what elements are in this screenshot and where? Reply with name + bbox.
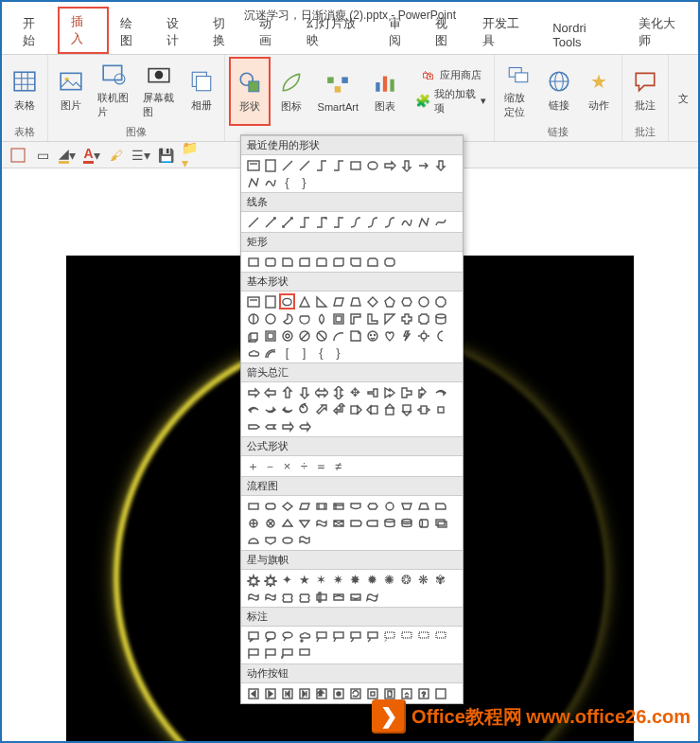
basic-block[interactable] (313, 327, 329, 344)
ar-20[interactable] (364, 401, 380, 417)
fl-1[interactable] (245, 498, 261, 514)
fl-19[interactable] (347, 515, 363, 531)
shape-free1[interactable] (398, 214, 414, 230)
basic-diag[interactable] (381, 310, 397, 327)
fl-6[interactable] (330, 498, 346, 514)
ac-1[interactable] (245, 685, 261, 701)
basic-chord[interactable] (296, 310, 312, 327)
basic-lshape[interactable] (364, 310, 380, 327)
basic-arc[interactable] (330, 327, 346, 344)
ac-4[interactable] (296, 685, 312, 701)
tab-developer[interactable]: 开发工具 (471, 10, 542, 54)
tab-animations[interactable]: 动画 (248, 10, 294, 54)
basic-cross[interactable] (398, 310, 414, 327)
st-10[interactable]: ❂ (398, 572, 414, 588)
tables-button[interactable]: 表格 (6, 57, 44, 123)
st-r5[interactable] (313, 589, 329, 605)
st-r6[interactable] (330, 589, 346, 605)
basic-rtriangle[interactable] (313, 293, 329, 310)
fl-18[interactable] (330, 515, 346, 531)
co-6[interactable] (330, 628, 346, 645)
ar-13[interactable] (245, 401, 261, 417)
shape-connector2[interactable] (330, 157, 346, 173)
fl-7[interactable] (347, 498, 363, 514)
shape-textbox-v[interactable] (262, 157, 278, 173)
tab-design[interactable]: 设计 (155, 10, 201, 54)
basic-hexagon[interactable] (398, 293, 414, 310)
co-7[interactable] (347, 628, 363, 645)
fl-8[interactable] (364, 498, 380, 514)
shape-curve3[interactable] (381, 214, 397, 230)
fl-17[interactable] (313, 515, 329, 531)
st-5[interactable]: ✶ (313, 572, 329, 588)
co-5[interactable] (313, 628, 329, 645)
basic-cloud[interactable] (245, 345, 261, 361)
ar-21[interactable] (381, 401, 397, 417)
fl-2[interactable] (262, 498, 278, 514)
ar-3[interactable] (279, 384, 295, 400)
basic-oval[interactable] (279, 293, 295, 310)
basic-smile[interactable] (364, 327, 380, 344)
icons-button[interactable]: 图标 (272, 57, 310, 126)
co-3[interactable] (279, 628, 295, 645)
text-button[interactable]: 文 (673, 57, 694, 141)
fl-5[interactable] (313, 498, 329, 514)
fl-15[interactable] (279, 515, 295, 531)
st-9[interactable]: ✺ (381, 572, 397, 588)
fl-20[interactable] (364, 515, 380, 531)
st-r7[interactable] (347, 589, 363, 605)
fl-21[interactable] (381, 515, 397, 531)
st-3[interactable]: ✦ (279, 572, 295, 588)
eq-plus[interactable]: ＋ (245, 458, 261, 474)
rect-4[interactable] (296, 254, 312, 270)
online-pictures-button[interactable]: 联机图片 (92, 57, 135, 123)
tab-beautify[interactable]: 美化大师 (627, 10, 698, 54)
basic-textbox1[interactable] (245, 293, 261, 310)
fl-13[interactable] (245, 515, 261, 531)
link-button[interactable]: 链接 (540, 57, 578, 123)
eq-mult[interactable]: × (279, 458, 295, 474)
shape-line-a[interactable] (245, 214, 261, 230)
rect-6[interactable] (330, 254, 346, 270)
co-16[interactable] (296, 646, 312, 662)
ar-1[interactable] (245, 384, 261, 400)
ar-14[interactable] (262, 401, 278, 417)
eq-div[interactable]: ÷ (296, 458, 312, 474)
shapes-button[interactable]: 形状 (229, 57, 271, 126)
co-10[interactable] (398, 628, 414, 645)
basic-textbox2[interactable] (262, 293, 278, 310)
ac-6[interactable] (330, 685, 346, 701)
tab-review[interactable]: 审阅 (377, 10, 424, 54)
align-icon[interactable]: ☰▾ (132, 147, 149, 164)
basic-moon[interactable] (432, 327, 448, 344)
co-13[interactable] (245, 646, 261, 662)
st-r1[interactable] (245, 589, 261, 605)
fl-12[interactable] (432, 498, 448, 514)
comment-button[interactable]: 批注 (626, 57, 664, 123)
fl-4[interactable] (296, 498, 312, 514)
st-r2[interactable] (262, 589, 278, 605)
co-9[interactable] (381, 628, 397, 645)
basic-plaque[interactable] (415, 310, 431, 327)
ac-2[interactable] (262, 685, 278, 701)
basic-darc[interactable] (262, 345, 278, 361)
fl-26[interactable] (262, 532, 278, 548)
shape-line2[interactable] (296, 157, 312, 173)
ac-5[interactable] (313, 685, 329, 701)
basic-tear[interactable] (313, 310, 329, 327)
shape-scribble[interactable] (262, 174, 278, 190)
ar-28[interactable] (296, 418, 312, 434)
ar-24[interactable] (432, 401, 448, 417)
ar-19[interactable] (347, 401, 363, 417)
tab-view[interactable]: 视图 (424, 10, 470, 54)
shape-curve2[interactable] (364, 214, 380, 230)
ar-4[interactable] (296, 384, 312, 400)
basic-bolt[interactable] (398, 327, 414, 344)
shape-free2[interactable] (415, 214, 431, 230)
ar-10[interactable] (398, 384, 414, 400)
ar-2[interactable] (262, 384, 278, 400)
basic-trapezoid[interactable] (347, 293, 363, 310)
tab-transitions[interactable]: 切换 (201, 10, 248, 54)
shape-freeform[interactable] (245, 174, 261, 190)
ar-27[interactable] (279, 418, 295, 434)
